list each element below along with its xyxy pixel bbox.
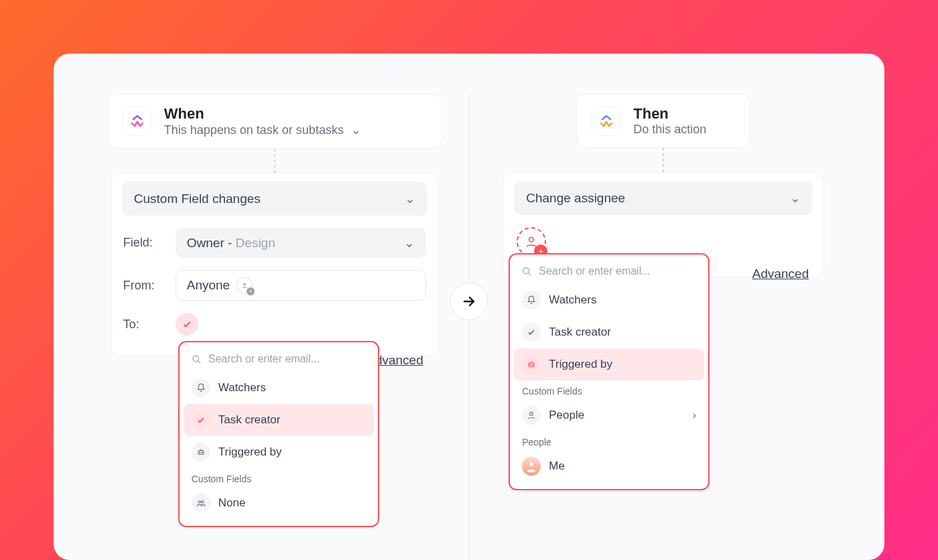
person-add-icon [237, 277, 253, 293]
svg-point-8 [523, 267, 529, 273]
when-header[interactable]: When This happens on task or subtasks ⌄ [107, 94, 442, 149]
dd-item-watchers[interactable]: Watchers [514, 284, 704, 316]
dd-section-custom-fields: Custom Fields [184, 468, 374, 487]
trigger-select[interactable]: Custom Field changes ⌄ [122, 182, 427, 216]
connector-line [274, 149, 275, 173]
then-people-dropdown: Search or enter email... Watchers Task c… [509, 253, 710, 490]
then-panel: Change assignee ⌄ + Advanced Search or e… [503, 172, 824, 277]
check-icon [192, 411, 210, 429]
from-field[interactable]: Anyone [176, 270, 426, 301]
avatar-icon [522, 457, 541, 476]
svg-point-12 [530, 412, 533, 415]
connector-line [663, 148, 664, 172]
person-icon [522, 406, 541, 425]
svg-point-6 [201, 501, 204, 504]
arrow-right-icon [450, 283, 488, 320]
action-select[interactable]: Change assignee ⌄ [514, 181, 813, 215]
clickup-logo-icon [123, 107, 152, 136]
add-assignee-button[interactable]: + [517, 227, 546, 257]
check-icon [522, 323, 541, 342]
when-column: When This happens on task or subtasks ⌄ … [80, 94, 469, 560]
when-title: When [164, 105, 361, 123]
then-title: Then [633, 105, 706, 123]
advanced-link[interactable]: Advanced [752, 267, 809, 281]
chevron-right-icon: › [693, 409, 697, 422]
search-icon [192, 354, 202, 364]
when-subtitle[interactable]: This happens on task or subtasks ⌄ [164, 123, 361, 137]
people-icon [192, 494, 210, 512]
search-icon [522, 267, 532, 277]
field-label: Field: [123, 236, 168, 250]
svg-point-7 [529, 237, 534, 242]
search-input[interactable]: Search or enter email... [514, 261, 704, 284]
dd-item-task-creator[interactable]: Task creator [514, 316, 704, 348]
svg-point-4 [202, 452, 202, 453]
svg-point-1 [193, 355, 199, 361]
bell-icon [522, 291, 541, 309]
dd-section-people: People [514, 431, 704, 450]
svg-point-5 [198, 501, 201, 504]
svg-point-11 [532, 364, 533, 365]
dd-item-triggered-by[interactable]: Triggered by [184, 436, 374, 468]
clickup-logo-icon [592, 107, 621, 136]
chevron-down-icon: ⌄ [351, 123, 361, 137]
to-value-check-icon[interactable] [176, 313, 198, 336]
dd-item-watchers[interactable]: Watchers [184, 372, 374, 404]
svg-point-10 [530, 364, 531, 365]
search-input[interactable]: Search or enter email... [184, 349, 374, 372]
dd-item-triggered-by[interactable]: Triggered by [514, 348, 704, 380]
robot-icon [192, 443, 210, 462]
dd-item-me[interactable]: Me [514, 450, 704, 482]
dd-item-people-cf[interactable]: People › [514, 399, 704, 431]
when-panel: Custom Field changes ⌄ Field: Owner - De… [111, 173, 439, 356]
then-header: Then Do this action [576, 94, 750, 148]
bell-icon [192, 378, 210, 397]
then-column: Then Do this action Change assignee ⌄ + … [470, 94, 858, 560]
chevron-down-icon: ⌄ [404, 235, 415, 251]
when-people-dropdown: Search or enter email... Watchers Task c… [178, 341, 379, 527]
automation-card: When This happens on task or subtasks ⌄ … [54, 54, 884, 560]
dd-item-none[interactable]: None [184, 487, 374, 519]
robot-icon [522, 355, 541, 374]
from-label: From: [123, 279, 168, 293]
svg-point-3 [199, 452, 200, 453]
svg-point-0 [244, 283, 246, 285]
chevron-down-icon: ⌄ [405, 191, 415, 206]
field-select[interactable]: Owner - Design ⌄ [176, 228, 426, 258]
then-subtitle: Do this action [633, 123, 706, 137]
chevron-down-icon: ⌄ [790, 190, 801, 206]
dd-section-custom-fields: Custom Fields [514, 380, 704, 399]
svg-point-13 [529, 462, 533, 466]
dd-item-task-creator[interactable]: Task creator [184, 404, 374, 436]
to-label: To: [123, 318, 168, 332]
